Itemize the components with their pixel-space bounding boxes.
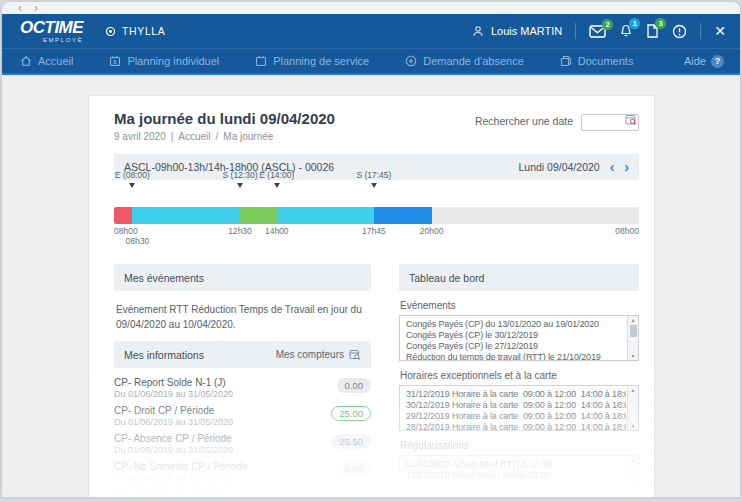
previous-day-button[interactable]: ‹: [610, 161, 615, 173]
info-button[interactable]: [672, 24, 687, 39]
nav-label: Accueil: [38, 55, 73, 67]
nav-item-documents[interactable]: Documents: [560, 55, 634, 67]
my-events-title: Mes événements: [124, 272, 204, 284]
counter-label: CP- Nb Samedis CP / Période: [114, 461, 248, 473]
divider: [700, 23, 701, 39]
scroll-down-icon[interactable]: ▼: [631, 353, 636, 359]
nav-item-accueil[interactable]: Accueil: [20, 55, 73, 67]
scroll-thumb[interactable]: [630, 325, 637, 337]
app-window: ‹ › OCTIME EMPLOYÉ THYLLA Louis MARTIN: [2, 2, 740, 497]
scrollbar[interactable]: ▲▼: [627, 456, 638, 497]
my-counters-label: Mes compteurs: [276, 349, 344, 360]
app-logo: OCTIME EMPLOYÉ: [20, 19, 83, 43]
breadcrumb-home[interactable]: Accueil: [178, 131, 210, 142]
scroll-up-icon[interactable]: ▲: [631, 387, 636, 393]
counter-row: CP- Absence CP / Période Du 01/06/2019 a…: [114, 433, 371, 456]
dashboard-title: Tableau de bord: [409, 272, 484, 284]
documents-button[interactable]: 3: [646, 24, 659, 38]
list-item[interactable]: Congés Payés (CP) le 27/12/2019: [400, 340, 626, 351]
main-nav: Accueil Planning individuel Planning de …: [2, 48, 740, 73]
my-counters-link[interactable]: Mes compteurs: [276, 349, 361, 361]
timeline-tick: 08h00: [114, 226, 138, 236]
timeline-tick: 17h45: [362, 226, 386, 236]
search-date-label: Rechercher une date: [475, 115, 573, 127]
horaires-listbox[interactable]: 31/12/2019 Horaire à la carte 09:00 à 12…: [399, 385, 639, 431]
help-button[interactable]: Aide ?: [684, 55, 724, 68]
home-icon: [20, 55, 32, 67]
list-item[interactable]: 31/12/2019 Horaire à la carte 09:00 à 12…: [400, 388, 626, 399]
dashboard-horaires-label: Horaires exceptionnels et à la carte: [400, 370, 638, 381]
messages-button[interactable]: 2: [589, 25, 606, 38]
scrollbar[interactable]: ▲▼: [627, 316, 638, 360]
help-label: Aide: [684, 55, 706, 67]
counter-period: Du 01/06/2019 au 31/05/2020: [114, 389, 233, 400]
scroll-down-icon[interactable]: ▼: [631, 423, 636, 429]
list-item[interactable]: 13/12/2019 Régul temps validé 03:00: [400, 469, 626, 480]
calendar-user-icon: [109, 55, 121, 67]
info-icon: [672, 24, 687, 39]
timeline-segment-green: [240, 207, 277, 224]
day-timeline: E (08:00)S (12:30)E (14:00)S (17:45) 08h…: [114, 188, 639, 252]
breadcrumb-current[interactable]: Ma journée: [223, 131, 273, 142]
nav-label: Demande d'absence: [423, 55, 524, 67]
events-listbox[interactable]: Congés Payés (CP) du 13/01/2020 au 19/01…: [399, 315, 639, 361]
list-item[interactable]: 29/12/2019 Horaire à la carte 09:00 à 12…: [400, 410, 626, 421]
dashboard-regularisations-label: Régularisations: [400, 440, 638, 451]
counter-value: -0.50: [333, 490, 371, 497]
list-item[interactable]: 01/01/2020 Aj/Sup Droit RTT(J) 10.00: [400, 458, 626, 469]
question-icon: ?: [711, 55, 724, 68]
logo-text: OCTIME: [20, 19, 83, 36]
dashboard-events-label: Evénements: [400, 300, 638, 311]
regularisations-listbox[interactable]: 01/01/2020 Aj/Sup Droit RTT(J) 10.00 13/…: [399, 455, 639, 497]
user-name: Louis MARTIN: [491, 25, 562, 37]
next-day-button[interactable]: ›: [624, 161, 629, 173]
counter-label: CP- Solde fin de période: [114, 489, 223, 497]
list-item[interactable]: 28/12/2019 Horaire à la carte 09:00 à 12…: [400, 421, 626, 431]
notifications-badge: 1: [629, 18, 640, 29]
logo-subtext: EMPLOYÉ: [20, 37, 83, 43]
list-item[interactable]: Congés Payés (CP) le 30/12/2019: [400, 329, 626, 340]
breadcrumb: 9 avril 2020 | Accueil / Ma journée: [114, 131, 335, 142]
site-name: THYLLA: [122, 25, 165, 37]
counter-label: CP- Report Solde N-1 (J): [114, 377, 233, 389]
counter-period: Du 01/06/2019 au 31/05/2020: [114, 445, 233, 456]
notifications-button[interactable]: 1: [619, 24, 633, 38]
documents-badge: 3: [655, 18, 666, 29]
counter-value: 25.50: [331, 434, 371, 449]
nav-item-demande-absence[interactable]: Demande d'absence: [405, 55, 524, 67]
plus-circle-icon: [405, 55, 417, 67]
timeline-bar: [114, 207, 639, 224]
breadcrumb-slash: /: [216, 131, 219, 142]
counter-value: 0.00: [337, 462, 372, 477]
back-button[interactable]: ‹: [18, 3, 22, 13]
schedule-date: Lundi 09/04/2020: [518, 161, 599, 173]
counter-value: 0.00: [337, 378, 372, 393]
browser-chrome: ‹ ›: [2, 2, 740, 14]
list-item[interactable]: Congés Payés (CP) du 13/01/2020 au 19/01…: [400, 318, 626, 329]
close-button[interactable]: ✕: [714, 24, 726, 38]
scrollbar[interactable]: ▲▼: [627, 386, 638, 430]
page-content: Ma journée du lundi 09/04/2020 9 avril 2…: [2, 77, 740, 497]
list-item[interactable]: Réduction du temps de travail (RTT) le 2…: [400, 351, 626, 361]
app-header: OCTIME EMPLOYÉ THYLLA Louis MARTIN 2: [2, 14, 740, 48]
site-selector[interactable]: THYLLA: [105, 25, 165, 37]
scroll-down-icon[interactable]: ▼: [631, 493, 636, 497]
nav-item-planning-individuel[interactable]: Planning individuel: [109, 55, 219, 67]
accent-line: [2, 73, 740, 75]
messages-badge: 2: [602, 19, 613, 30]
counter-period: Du 01/06/2019 au 31/05/2020: [114, 473, 248, 484]
timeline-segment-rest: [432, 207, 639, 224]
timeline-segment-cyan: [277, 207, 374, 224]
scroll-up-icon[interactable]: ▲: [631, 317, 636, 323]
main-card: Ma journée du lundi 09/04/2020 9 avril 2…: [88, 95, 655, 497]
calendar-search-icon[interactable]: [625, 114, 637, 126]
forward-button[interactable]: ›: [34, 3, 38, 13]
list-item[interactable]: 30/12/2019 Horaire à la carte 09:00 à 12…: [400, 399, 626, 410]
user-menu[interactable]: Louis MARTIN: [472, 25, 562, 38]
documents-icon: [560, 55, 572, 67]
nav-item-planning-de-service[interactable]: Planning de service: [255, 55, 369, 67]
breadcrumb-date: 9 avril 2020: [114, 131, 166, 142]
my-events-header: Mes événements: [114, 264, 371, 291]
timeline-tick: 14h00: [265, 226, 289, 236]
scroll-up-icon[interactable]: ▲: [631, 457, 636, 463]
